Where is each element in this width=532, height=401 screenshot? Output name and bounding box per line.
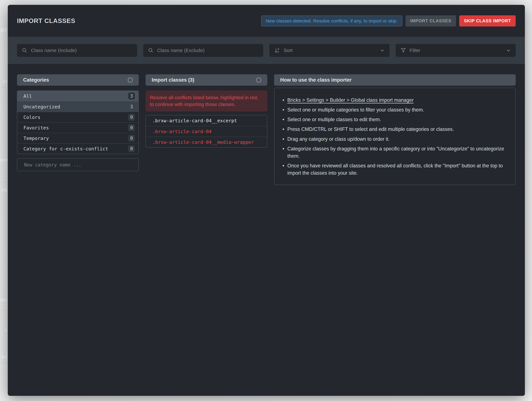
modal-header: IMPORT CLASSES New classes detected. Res… xyxy=(8,5,525,37)
chevron-down-icon xyxy=(506,48,511,53)
conflict-warning: Resolve all conflicts listed below, high… xyxy=(146,91,267,111)
new-category-input[interactable] xyxy=(17,158,139,171)
category-row[interactable]: Uncategorized3 xyxy=(17,101,139,112)
sort-dropdown[interactable]: A Z Sort xyxy=(269,44,390,57)
howto-list: Bricks > Settings > Builder > Global cla… xyxy=(282,96,509,177)
sort-az-icon: A Z xyxy=(274,47,280,54)
category-label: Colors xyxy=(23,115,40,120)
background-text-fragment: e xyxy=(0,327,7,333)
background-divider xyxy=(0,310,8,310)
categories-list: All3Uncategorized3Colors0Favorites0Tempo… xyxy=(17,91,139,154)
category-row[interactable]: Colors0 xyxy=(17,112,139,122)
import-classes-title: Import classes (3) xyxy=(152,77,194,83)
categories-column: Categories All3Uncategorized3Colors0Favo… xyxy=(17,74,139,171)
howto-item: Categorize classes by dragging them into… xyxy=(282,145,509,160)
category-label: Favorites xyxy=(23,125,49,130)
header-actions: New classes detected. Resolve conflicts,… xyxy=(261,15,516,26)
howto-column: How to use the class importer Bricks > S… xyxy=(274,74,516,185)
import-classes-column: Import classes (3) Resolve all conflicts… xyxy=(146,74,267,148)
class-include-input[interactable] xyxy=(31,48,133,53)
category-label: Category for c-exists-conflict xyxy=(23,146,108,152)
categories-title: Categories xyxy=(23,77,49,83)
category-count-badge: 0 xyxy=(128,124,135,131)
search-icon xyxy=(21,47,28,54)
background-text-fragment: ox xyxy=(0,354,7,360)
page-title: IMPORT CLASSES xyxy=(17,17,75,25)
filter-dropdown[interactable]: Filter xyxy=(396,44,516,57)
settings-path-link[interactable]: Bricks > Settings > Builder > Global cla… xyxy=(287,97,414,103)
category-label: All xyxy=(23,93,32,99)
filter-toolbar: A Z Sort Filter xyxy=(8,37,525,64)
category-count-badge: 3 xyxy=(128,93,135,99)
howto-item: Drag any category or class up/down to or… xyxy=(282,136,509,143)
import-classes-modal: IMPORT CLASSES New classes detected. Res… xyxy=(8,5,525,396)
category-count-badge: 0 xyxy=(128,145,135,152)
background-text-fragment: nk xyxy=(0,187,7,193)
chevron-down-icon xyxy=(380,48,385,53)
svg-text:A: A xyxy=(278,48,279,50)
howto-title: How to use the class importer xyxy=(280,77,352,83)
howto-item: Select one or multiple categories to fil… xyxy=(282,106,509,113)
howto-content: Bricks > Settings > Builder > Global cla… xyxy=(274,88,516,185)
category-count-badge: 3 xyxy=(128,103,135,110)
sort-label: Sort xyxy=(284,48,292,53)
search-icon xyxy=(148,47,154,54)
category-label: Uncategorized xyxy=(23,104,60,110)
background-divider xyxy=(0,182,8,182)
background-text-fragment: ENT xyxy=(0,27,7,33)
include-search xyxy=(17,44,137,57)
background-divider xyxy=(0,88,8,88)
howto-item: Press CMD/CTRL or SHIFT to select and ed… xyxy=(282,125,509,133)
svg-text:Z: Z xyxy=(278,50,279,53)
select-all-classes-checkbox[interactable] xyxy=(256,78,261,82)
howto-item: Select one or multiple classes to edit t… xyxy=(282,116,509,123)
class-list: .brxw-article-card-04__excerpt.brxw-arti… xyxy=(146,115,267,148)
background-text-fragment: wn xyxy=(0,297,7,303)
filter-label: Filter xyxy=(410,48,420,53)
category-count-badge: 0 xyxy=(128,114,135,121)
select-all-categories-checkbox[interactable] xyxy=(128,78,133,82)
import-classes-button[interactable]: IMPORT CLASSES xyxy=(405,15,456,26)
exclude-search xyxy=(143,44,263,57)
category-row[interactable]: Category for c-exists-conflict0 xyxy=(17,143,139,154)
category-row[interactable]: Favorites0 xyxy=(17,122,139,133)
howto-item: Once you have reviewed all classes and r… xyxy=(282,162,509,177)
background-text-fragment: ext xyxy=(0,157,7,163)
page-background: ENTerextnkwneox IMPORT CLASSES New class… xyxy=(0,0,532,401)
category-count-badge: 0 xyxy=(128,135,135,142)
modal-body: Categories All3Uncategorized3Colors0Favo… xyxy=(8,64,525,396)
class-row[interactable]: .brxw-article-card-04__excerpt xyxy=(146,115,267,126)
class-exclude-input[interactable] xyxy=(157,48,259,53)
categories-panel-header: Categories xyxy=(17,74,139,86)
howto-panel-header: How to use the class importer xyxy=(274,74,516,86)
category-row[interactable]: Temporary0 xyxy=(17,133,139,143)
category-label: Temporary xyxy=(23,136,49,141)
conflict-notice: New classes detected. Resolve conflicts,… xyxy=(261,16,402,26)
category-row[interactable]: All3 xyxy=(17,91,139,101)
class-row-conflict[interactable]: .brxw-article-card-04 xyxy=(146,126,267,137)
funnel-icon xyxy=(400,47,406,54)
howto-item-link: Bricks > Settings > Builder > Global cla… xyxy=(282,96,509,104)
import-classes-panel-header: Import classes (3) xyxy=(146,74,267,86)
background-divider xyxy=(0,18,8,18)
background-text-fragment: er xyxy=(0,79,7,84)
background-divider xyxy=(0,363,8,363)
skip-class-import-button[interactable]: SKIP CLASS IMPORT xyxy=(459,15,516,26)
class-row-conflict[interactable]: .brxw-article-card-04__media-wrapper xyxy=(146,137,267,147)
